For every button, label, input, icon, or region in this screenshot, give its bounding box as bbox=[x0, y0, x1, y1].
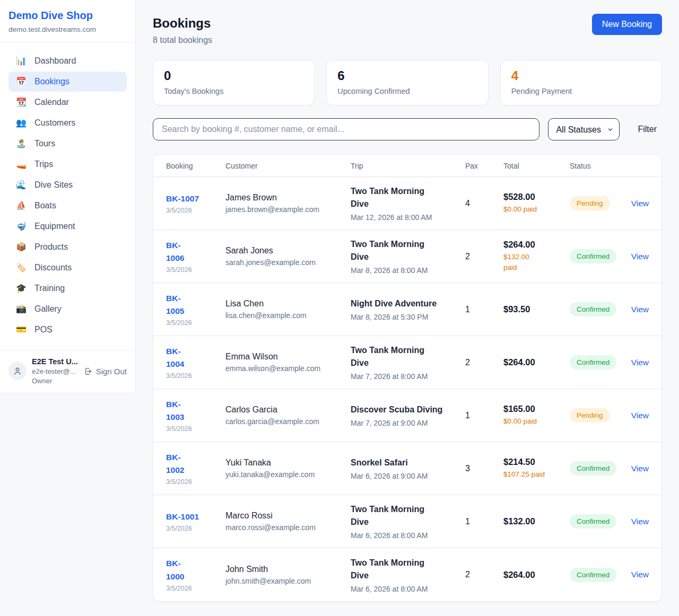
view-link[interactable]: View bbox=[631, 570, 649, 579]
sidebar-item-label: Calendar bbox=[34, 98, 69, 107]
table-row: BK-1000 3/5/2026 John Smith john.smith@e… bbox=[153, 548, 661, 601]
status-cell: Confirmed bbox=[570, 302, 628, 316]
total-amount: $264.00 bbox=[503, 570, 570, 580]
status-cell: Pending bbox=[570, 408, 628, 423]
total-cell: $165.00 $0.00 paid bbox=[503, 404, 570, 427]
view-link[interactable]: View bbox=[631, 358, 649, 367]
stat-value: 0 bbox=[164, 68, 303, 83]
search-input[interactable] bbox=[153, 118, 539, 140]
view-link[interactable]: View bbox=[631, 252, 649, 261]
customer-cell: James Brown james.brown@example.com bbox=[225, 193, 351, 214]
brand-domain: demo.test.divestreams.com bbox=[8, 25, 127, 33]
trip-name: Two Tank Morning Dive bbox=[351, 344, 444, 369]
total-amount: $528.00 bbox=[503, 192, 570, 202]
paid-amount: $0.00 paid bbox=[503, 204, 570, 215]
speedboat-icon: 🚤 bbox=[16, 160, 27, 169]
sidebar-item-boats[interactable]: ⛵Boats bbox=[8, 196, 127, 216]
status-badge: Confirmed bbox=[570, 568, 616, 582]
trip-name: Snorkel Safari bbox=[351, 456, 444, 469]
booking-date: 3/5/2026 bbox=[166, 478, 225, 486]
sidebar-item-products[interactable]: 📦Products bbox=[8, 237, 127, 257]
status-cell: Confirmed bbox=[570, 514, 628, 529]
page-header-text: Bookings 8 total bookings bbox=[153, 14, 212, 45]
trip-cell: Snorkel Safari Mar 6, 2026 at 9:00 AM bbox=[351, 456, 465, 480]
sidebar-item-trips[interactable]: 🚤Trips bbox=[8, 154, 127, 174]
customer-cell: John Smith john.smith@example.com bbox=[225, 565, 351, 585]
view-link[interactable]: View bbox=[631, 305, 649, 314]
customer-email: sarah.jones@example.com bbox=[225, 258, 351, 267]
booking-id-link[interactable]: BK-1002 bbox=[166, 451, 184, 477]
booking-id-link[interactable]: BK-1000 bbox=[166, 557, 184, 583]
graduation-cap-icon: 🎓 bbox=[16, 284, 27, 293]
sidebar-item-training[interactable]: 🎓Training bbox=[8, 278, 127, 298]
booking-cell: BK-1004 3/5/2026 bbox=[166, 345, 225, 380]
customer-cell: Marco Rossi marco.rossi@example.com bbox=[225, 511, 351, 532]
sidebar-item-discounts[interactable]: 🏷️Discounts bbox=[8, 258, 127, 278]
filter-button[interactable]: Filter bbox=[632, 121, 662, 137]
view-link[interactable]: View bbox=[631, 464, 649, 473]
brand-name[interactable]: Demo Dive Shop bbox=[8, 10, 127, 22]
sidebar-item-calendar[interactable]: 📆Calendar bbox=[8, 92, 127, 112]
sign-out-icon bbox=[84, 367, 93, 376]
sidebar-item-label: Tours bbox=[34, 139, 55, 148]
trip-datetime: Mar 12, 2026 at 8:00 AM bbox=[351, 213, 465, 222]
sidebar-item-dashboard[interactable]: 📊Dashboard bbox=[8, 51, 127, 71]
new-booking-button[interactable]: New Booking bbox=[592, 14, 662, 35]
pax-cell: 1 bbox=[465, 305, 503, 314]
table-row: BK-1001 3/5/2026 Marco Rossi marco.rossi… bbox=[153, 495, 661, 548]
sidebar-item-equipment[interactable]: 🤿Equipment bbox=[8, 216, 127, 236]
page-subtitle: 8 total bookings bbox=[153, 36, 212, 45]
sidebar-item-label: Dive Sites bbox=[34, 180, 73, 190]
wave-icon: 🌊 bbox=[16, 181, 27, 189]
filter-row: All Statuses Filter bbox=[153, 118, 662, 140]
stat-label: Today's Bookings bbox=[164, 87, 303, 95]
booking-date: 3/5/2026 bbox=[166, 266, 225, 274]
camera-icon: 📸 bbox=[16, 305, 27, 313]
stat-card-upcoming-confirmed: 6Upcoming Confirmed bbox=[326, 60, 488, 105]
stat-label: Pending Payment bbox=[511, 87, 651, 95]
sidebar-nav: 📊Dashboard📅Bookings📆Calendar👥Customers🏝️… bbox=[0, 42, 135, 346]
sidebar-item-tours[interactable]: 🏝️Tours bbox=[8, 134, 127, 154]
sign-out-button[interactable]: Sign Out bbox=[84, 367, 127, 376]
view-link[interactable]: View bbox=[631, 517, 649, 526]
view-link[interactable]: View bbox=[631, 199, 649, 208]
booking-id-link[interactable]: BK-1003 bbox=[166, 398, 184, 424]
status-select[interactable]: All Statuses bbox=[548, 118, 620, 140]
view-link[interactable]: View bbox=[631, 411, 649, 420]
sidebar-item-gallery[interactable]: 📸Gallery bbox=[8, 299, 127, 319]
booking-cell: BK-1003 3/5/2026 bbox=[166, 398, 225, 433]
booking-id-link[interactable]: BK-1007 bbox=[166, 192, 225, 205]
stat-label: Upcoming Confirmed bbox=[337, 87, 477, 95]
sidebar-item-label: Customers bbox=[34, 118, 75, 128]
sidebar-item-label: POS bbox=[34, 325, 53, 335]
booking-id-link[interactable]: BK-1005 bbox=[166, 292, 184, 318]
booking-date: 3/5/2026 bbox=[166, 372, 225, 380]
customer-name: Lisa Chen bbox=[225, 299, 351, 309]
booking-cell: BK-1005 3/5/2026 bbox=[166, 292, 225, 327]
customer-email: james.brown@example.com bbox=[225, 205, 351, 214]
trip-cell: Two Tank Morning Dive Mar 6, 2026 at 8:0… bbox=[351, 557, 465, 593]
user-footer: E2E Test U... e2e-tester@... Owner Sign … bbox=[0, 350, 135, 393]
booking-date: 3/5/2026 bbox=[166, 585, 225, 592]
booking-id-link[interactable]: BK-1001 bbox=[166, 511, 225, 523]
paid-amount: $132.00 paid bbox=[503, 252, 529, 272]
sidebar-item-bookings[interactable]: 📅Bookings bbox=[8, 72, 127, 92]
customer-cell: Carlos Garcia carlos.garcia@example.com bbox=[225, 405, 351, 426]
booking-id-link[interactable]: BK-1004 bbox=[166, 345, 184, 371]
stat-value: 6 bbox=[337, 68, 477, 83]
bookings-table: BookingCustomerTripPaxTotalStatus BK-100… bbox=[153, 154, 662, 602]
booking-cell: BK-1002 3/5/2026 bbox=[166, 451, 225, 486]
app-root: Demo Dive Shop demo.test.divestreams.com… bbox=[0, 0, 679, 616]
booking-id-link[interactable]: BK-1006 bbox=[166, 239, 184, 265]
total-cell: $132.00 bbox=[503, 516, 570, 526]
customer-name: John Smith bbox=[225, 565, 351, 574]
sidebar-item-label: Boats bbox=[34, 201, 56, 210]
sidebar-item-pos[interactable]: 💳POS bbox=[8, 320, 127, 340]
sign-out-label: Sign Out bbox=[96, 367, 127, 376]
sidebar-item-customers[interactable]: 👥Customers bbox=[8, 113, 127, 133]
sidebar-item-dive-sites[interactable]: 🌊Dive Sites bbox=[8, 175, 127, 195]
status-badge: Confirmed bbox=[570, 302, 616, 316]
total-amount: $264.00 bbox=[503, 240, 570, 250]
customer-email: john.smith@example.com bbox=[225, 577, 351, 585]
stat-card-pending-payment: 4Pending Payment bbox=[500, 60, 662, 105]
